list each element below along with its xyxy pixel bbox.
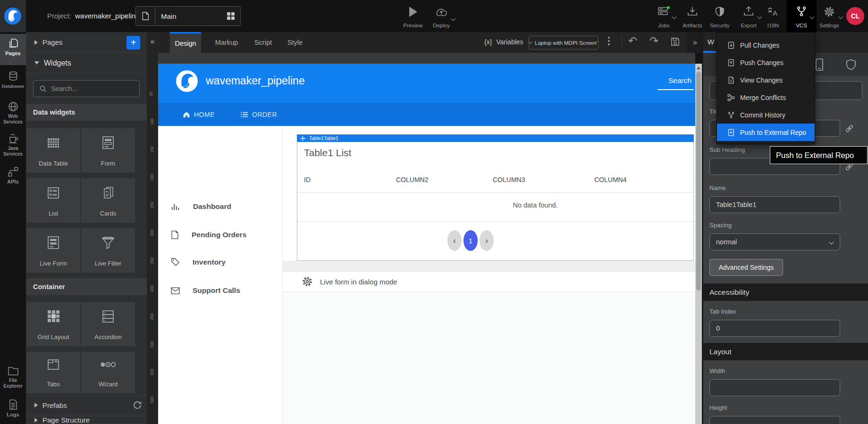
widget-item-live-form[interactable]: Live Form [26, 228, 80, 273]
title-bind-link-icon[interactable] [844, 124, 854, 133]
tab-markup[interactable]: Markup [212, 32, 241, 53]
rail-item-java-services[interactable]: JavaServices [0, 133, 26, 157]
redo-button[interactable]: ↷ [649, 34, 658, 47]
rail-item-pages[interactable]: Pages [0, 38, 26, 56]
ruler-label: 500 [150, 341, 154, 348]
name-field-label: Name [709, 184, 726, 191]
pagination-next-button[interactable]: › [480, 230, 494, 251]
menu-item-view-changes[interactable]: View Changes [717, 71, 815, 89]
rail-item-file-explorer[interactable]: FileExplorer [0, 366, 26, 389]
rail-item-web-services[interactable]: WebServices [0, 101, 26, 125]
deploy-button[interactable]: Deploy [429, 0, 454, 32]
scrollbar-up-arrow[interactable] [697, 67, 700, 69]
security-button[interactable]: Security [707, 0, 733, 32]
canvas-scrollbar[interactable] [695, 64, 702, 424]
live-form-bar[interactable]: Live form in dialog mode [283, 271, 695, 292]
menu-item-commit-history[interactable]: Commit History [717, 106, 815, 124]
spacing-select[interactable]: normal [709, 233, 840, 250]
tooltip-text: Push to External Repo [776, 151, 854, 160]
rail-item-databases[interactable]: Databases [0, 71, 26, 89]
artifacts-button[interactable]: Artifacts [680, 0, 705, 32]
vcs-label: VCS [796, 23, 807, 28]
menu-item-merge-conflicts[interactable]: Merge Conflicts [717, 89, 815, 106]
tab-style[interactable]: Style [283, 32, 307, 53]
column-header-column3[interactable]: COLUMN3 [493, 176, 525, 183]
widget-selection-tag[interactable]: Table1Table1 [297, 134, 694, 142]
panel-shield-icon[interactable] [846, 59, 856, 71]
expand-panel-button[interactable]: » [687, 32, 703, 53]
menu-item-inventory[interactable]: Inventory [171, 258, 226, 266]
user-avatar[interactable]: CL [846, 7, 864, 25]
export-label: Export [741, 23, 756, 28]
page-tab-main[interactable]: Main [135, 6, 241, 26]
save-button[interactable] [670, 36, 681, 47]
widget-item-list[interactable]: List [26, 178, 80, 223]
menu-item-push-to-external-repo[interactable]: Push to External Repo [717, 124, 815, 141]
widget-search-input[interactable]: Search... [33, 80, 140, 97]
envelope-icon [171, 287, 180, 294]
pagination-page-1[interactable]: 1 [463, 230, 478, 251]
more-options-button[interactable] [608, 37, 610, 45]
tab-script[interactable]: Script [250, 32, 276, 53]
rail-item-logs[interactable]: Logs [0, 399, 26, 417]
menu-item-support-calls[interactable]: Support Calls [171, 286, 240, 295]
vcs-button[interactable]: VCS [786, 0, 817, 32]
advanced-settings-button[interactable]: Advanced Settings [709, 259, 783, 276]
widget-item-grid-layout[interactable]: Grid Layout [26, 302, 80, 346]
layout-section-header[interactable]: Layout [703, 343, 868, 360]
nav-item-order[interactable]: ORDER [241, 111, 277, 118]
jobs-icon [657, 6, 670, 17]
widgets-section-header[interactable]: Widgets [26, 53, 147, 74]
column-header-id[interactable]: ID [304, 176, 311, 183]
widget-item-form[interactable]: Form [81, 128, 135, 173]
refresh-icon[interactable] [133, 401, 142, 409]
menu-item-pull-changes[interactable]: Pull Changes [717, 36, 815, 54]
app-header[interactable]: wavemaker_pipeline Search [158, 64, 695, 103]
undo-button[interactable]: ↶ [628, 34, 637, 47]
name-input[interactable]: Table1Table1 [709, 196, 840, 213]
preview-button[interactable]: Preview [400, 0, 426, 32]
widget-item-live-filter[interactable]: Live Filter [81, 228, 135, 273]
widget-item-data-table[interactable]: Data Table [26, 128, 80, 173]
column-header-column2[interactable]: COLUMN2 [396, 176, 428, 183]
jobs-button[interactable]: Jobs [651, 0, 676, 32]
app-search-link[interactable]: Search [668, 76, 691, 85]
device-preview-icon[interactable] [816, 58, 823, 71]
column-header-column4[interactable]: COLUMN4 [594, 176, 626, 183]
menu-item-pending-orders[interactable]: Pending Orders [171, 230, 246, 240]
scrollbar-thumb[interactable] [696, 72, 701, 291]
device-selector[interactable]: Laptop with MDPI Screen [529, 36, 598, 50]
widget-item-wizard[interactable]: Wizard [81, 352, 135, 393]
widget-item-tabs[interactable]: Tabs [26, 352, 80, 393]
table-widget-selection[interactable]: Table1Table1 Table1 List ID COLUMN2 COLU… [297, 134, 694, 261]
wavemaker-logo-tile[interactable] [0, 0, 26, 32]
settings-button[interactable]: Settings [817, 0, 842, 32]
rail-label: Logs [7, 412, 19, 417]
add-page-button[interactable]: + [126, 36, 140, 50]
page-structure-section-header[interactable]: Page Structure [26, 416, 147, 424]
menu-item-push-changes[interactable]: Push Changes [717, 54, 815, 71]
i18n-button[interactable]: A I18N [760, 0, 786, 32]
page-grid-icon[interactable] [227, 12, 235, 20]
collapse-panel-button[interactable]: « [148, 37, 157, 47]
accessibility-section-header[interactable]: Accessibility [703, 283, 868, 301]
width-input[interactable] [709, 379, 840, 396]
canvas-toolbar: Design Markup Script Style {x} Variables… [158, 32, 687, 53]
widget-item-cards[interactable]: Cards [81, 178, 135, 223]
menu-item-dashboard[interactable]: Dashboard [171, 202, 231, 211]
height-input[interactable] [709, 416, 840, 424]
rail-item-apis[interactable]: APIs [0, 166, 26, 184]
widget-item-accordion[interactable]: Accordion [81, 302, 135, 346]
panel-tab-widget[interactable]: W [708, 38, 714, 46]
tab-index-input[interactable]: 0 [709, 320, 840, 337]
ruler-label: 600 [150, 397, 154, 403]
export-button[interactable]: Export [736, 0, 761, 32]
prefabs-section-header[interactable]: Prefabs [26, 395, 147, 415]
ruler-label: 300 [150, 230, 154, 236]
tab-design[interactable]: Design [170, 32, 201, 53]
rail-label: Databases [2, 83, 25, 89]
project-name: wavemaker_pipeline [75, 12, 140, 20]
nav-item-home[interactable]: HOME [183, 111, 215, 118]
pagination-prev-button[interactable]: ‹ [447, 230, 462, 251]
variables-button[interactable]: {x} Variables [484, 38, 532, 46]
